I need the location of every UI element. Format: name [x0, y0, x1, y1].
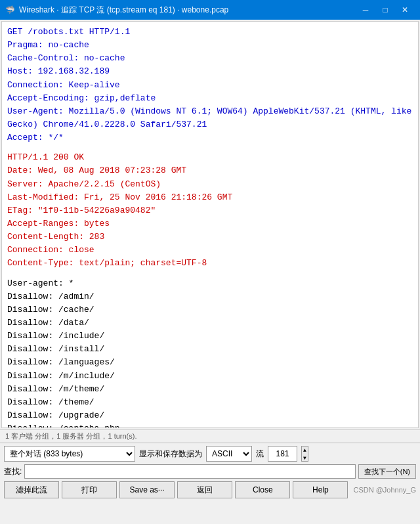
content-line: Date: Wed, 08 Aug 2018 07:23:28 GMT: [7, 164, 413, 177]
window-title: Wireshark · 追踪 TCP 流 (tcp.stream eq 181)…: [19, 5, 228, 16]
content-line: Pragma: no-cache: [7, 39, 413, 52]
content-line: Disallow: /admin/: [7, 290, 413, 303]
content-line: User-agent: *: [7, 277, 413, 290]
content-line: User-Agent: Mozilla/5.0 (Windows NT 6.1;…: [7, 105, 413, 131]
find-label: 查找:: [4, 466, 22, 477]
content-line: Disallow: /include/: [7, 330, 413, 343]
spinner-up[interactable]: ▲: [302, 447, 308, 454]
back-button[interactable]: 返回: [177, 481, 232, 498]
content-line: Connection: close: [7, 244, 413, 257]
content-line: ETag: "1f0-11b-54226a9a90482": [7, 204, 413, 217]
content-line: Accept-Ranges: bytes: [7, 217, 413, 230]
status-bar: 1 客户端 分组，1 服务器 分组，1 turn(s).: [0, 429, 420, 443]
content-line: Disallow: /data/: [7, 317, 413, 330]
content-line: Content-Type: text/plain; charset=UTF-8: [7, 257, 413, 270]
spinner-down[interactable]: ▼: [302, 454, 308, 462]
save-as-button[interactable]: Save as···: [119, 481, 175, 498]
content-line: Disallow: /m/theme/: [7, 383, 413, 396]
close-button[interactable]: ✕: [395, 0, 415, 20]
tcp-stream-content: GET /robots.txt HTTP/1.1Pragma: no-cache…: [1, 21, 419, 428]
content-line: Cache-Control: no-cache: [7, 52, 413, 65]
help-button[interactable]: Help: [293, 481, 348, 498]
title-bar: 🦈 Wireshark · 追踪 TCP 流 (tcp.stream eq 18…: [0, 0, 420, 20]
stream-input[interactable]: [268, 446, 297, 462]
content-line: Connection: Keep-alive: [7, 79, 413, 92]
print-button[interactable]: 打印: [62, 481, 117, 498]
minimize-button[interactable]: ─: [356, 0, 375, 20]
find-next-button[interactable]: 查找下一个(N): [358, 464, 416, 479]
find-input[interactable]: [24, 464, 355, 479]
conversation-dropdown[interactable]: 整个对话 (833 bytes): [4, 446, 135, 462]
title-bar-controls: ─ □ ✕: [356, 0, 415, 20]
encoding-dropdown[interactable]: ASCIIUTF-8EBCDICHex DumpC ArraysRaw: [206, 446, 252, 462]
filter-button[interactable]: 滤掉此流: [4, 481, 59, 498]
maximize-button[interactable]: □: [375, 0, 395, 20]
close-stream-button[interactable]: Close: [235, 481, 290, 498]
stream-label: 流: [256, 448, 264, 460]
row1-controls: 整个对话 (833 bytes) 显示和保存数据为 ASCIIUTF-8EBCD…: [4, 446, 416, 462]
content-line: Disallow: /m/include/: [7, 370, 413, 383]
content-line: Disallow: /languages/: [7, 356, 413, 369]
bottom-controls: 整个对话 (833 bytes) 显示和保存数据为 ASCIIUTF-8EBCD…: [0, 443, 420, 501]
app-icon: 🦈: [5, 5, 15, 14]
content-line: GET /robots.txt HTTP/1.1: [7, 26, 413, 39]
content-line: Disallow: /install/: [7, 343, 413, 356]
content-line: Host: 192.168.32.189: [7, 65, 413, 78]
watermark: CSDN @Johnny_G: [353, 486, 416, 494]
content-line: Disallow: /cache/: [7, 303, 413, 317]
content-line: Disallow: /upgrade/: [7, 409, 413, 422]
title-bar-left: 🦈 Wireshark · 追踪 TCP 流 (tcp.stream eq 18…: [5, 5, 228, 16]
content-line: Accept: */*: [7, 131, 413, 144]
content-line: Content-Length: 283: [7, 230, 413, 244]
content-line: Server: Apache/2.2.15 (CentOS): [7, 178, 413, 191]
content-line: HTTP/1.1 200 OK: [7, 151, 413, 164]
content-line: [7, 271, 413, 277]
row3-controls: 滤掉此流 打印 Save as··· 返回 Close Help CSDN @J…: [4, 481, 416, 498]
row2-controls: 查找: 查找下一个(N): [4, 464, 416, 479]
content-line: Accept-Encoding: gzip,deflate: [7, 92, 413, 105]
stream-spinner[interactable]: ▲ ▼: [301, 446, 308, 462]
content-line: Disallow: /captcha.php: [7, 422, 413, 428]
content-line: [7, 144, 413, 151]
content-line: Disallow: /theme/: [7, 396, 413, 409]
content-line: Last-Modified: Fri, 25 Nov 2016 21:18:26…: [7, 191, 413, 204]
status-text: 1 客户端 分组，1 服务器 分组，1 turn(s).: [5, 431, 136, 441]
display-label: 显示和保存数据为: [139, 448, 202, 460]
